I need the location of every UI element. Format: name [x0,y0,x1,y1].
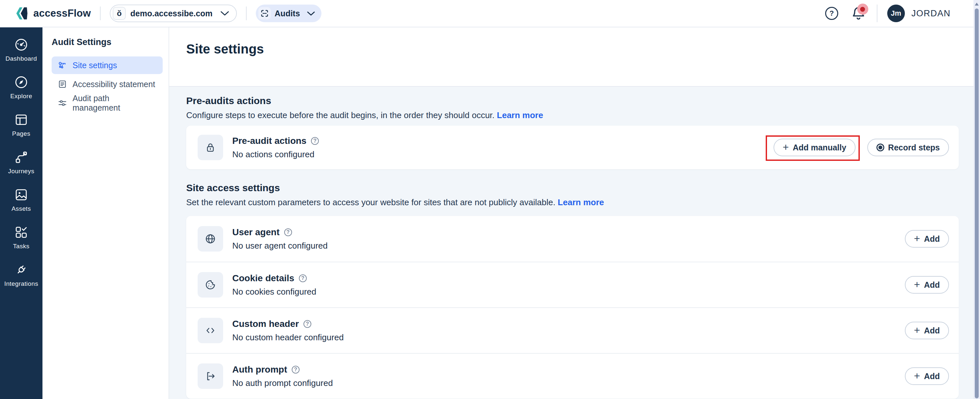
row-text: User agent ? No user agent configured [232,227,328,251]
topbar-divider [100,6,100,20]
sidebar-item-pages[interactable]: Pages [0,112,43,137]
learn-more-link[interactable]: Learn more [558,197,604,207]
button-label: Add manually [793,143,846,152]
sidebar-label: Assets [11,205,31,212]
sidebar-label: Integrations [4,280,38,287]
chevron-down-icon [221,11,229,16]
row-title: Pre-audit actions [232,136,306,146]
add-custom-header-button[interactable]: + Add [905,322,949,339]
nav-item-audit-path-management[interactable]: Audit path management [52,94,163,112]
button-label: Add [924,234,940,244]
notifications-button[interactable] [851,6,865,21]
help-tooltip-icon[interactable]: ? [292,366,299,374]
section-description-text: Configure steps to execute before the au… [186,110,495,120]
sliders-icon [57,98,67,108]
site-access-settings-card: User agent ? No user agent configured + … [186,216,959,399]
scrollbar [974,0,980,399]
user-menu[interactable]: Jm JORDAN [887,5,951,22]
pre-audit-actions-row: Pre-audit actions ? No actions configure… [186,126,959,169]
section-description-text: Set the relevant custom parameters to ac… [186,197,555,207]
row-subtitle: No actions configured [232,149,319,160]
browser-layout-icon [14,112,29,127]
plus-icon: + [914,233,920,244]
help-button[interactable]: ? [825,7,838,20]
topbar-divider [246,6,247,20]
add-manually-button[interactable]: + Add manually [773,139,856,156]
plus-icon: + [914,325,920,336]
record-icon [877,144,884,151]
row-title: Auth prompt [232,364,287,375]
avatar: Jm [887,5,905,22]
plus-icon: + [914,279,920,290]
pre-audit-actions-card: Pre-audit actions ? No actions configure… [186,126,959,169]
cookie-icon [205,279,216,291]
sidebar-item-journeys[interactable]: Journeys [0,150,43,175]
sidebar-item-integrations[interactable]: Integrations [0,262,43,287]
lock-icon [205,142,216,154]
primary-sidebar: Dashboard Explore Pages Journeys [0,27,43,399]
user-name: JORDAN [912,8,951,19]
help-tooltip-icon[interactable]: ? [299,274,307,282]
nav-item-label: Audit path management [73,93,157,112]
row-text: Auth prompt ? No auth prompt configured [232,364,333,388]
help-tooltip-icon[interactable]: ? [284,228,292,236]
sidebar-label: Journeys [8,168,34,175]
help-tooltip-icon[interactable]: ? [304,320,311,328]
globe-icon [205,233,216,245]
top-bar: accessFlow ŏ demo.accessibe.com Audits [0,0,974,27]
main-content: Site settings Pre-audits actions Configu… [169,27,974,399]
record-steps-button[interactable]: Record steps [867,139,949,156]
nav-item-label: Site settings [73,61,117,70]
add-user-agent-button[interactable]: + Add [905,230,949,248]
dashboard-gauge-icon [14,37,29,52]
icon-tile [197,135,223,160]
product-selector-value: Audits [275,9,300,18]
help-tooltip-icon[interactable]: ? [311,137,319,145]
login-arrow-icon [205,370,216,382]
row-actions: + Add [905,276,949,294]
scrollbar-thumb[interactable] [975,8,979,398]
notification-dot [860,7,865,12]
row-title: Custom header [232,319,299,329]
row-text: Pre-audit actions ? No actions configure… [232,136,319,160]
add-cookie-button[interactable]: + Add [905,276,949,294]
row-subtitle: No cookies configured [232,287,316,297]
nav-item-label: Accessibility statement [73,79,155,89]
document-icon [57,79,67,89]
audits-scan-icon [258,7,271,20]
button-label: Add [924,280,940,290]
page-title-band: Site settings [169,27,974,87]
code-brackets-icon [205,325,216,336]
scrollbar-up-arrow[interactable] [975,3,979,6]
plus-icon: + [783,142,789,152]
brand-logo[interactable]: accessFlow [15,6,91,21]
settings-nav-title: Audit Settings [52,37,163,47]
sidebar-item-explore[interactable]: Explore [0,75,43,100]
plus-icon: + [914,370,920,381]
add-auth-prompt-button[interactable]: + Add [905,367,949,385]
row-subtitle: No user agent configured [232,241,328,251]
product-selector-dropdown[interactable]: Audits [256,5,322,22]
row-actions: + Add [905,367,949,385]
row-actions: + Add [905,322,949,339]
sidebar-item-tasks[interactable]: Tasks [0,225,43,250]
nav-item-accessibility-statement[interactable]: Accessibility statement [52,75,163,93]
row-text: Cookie details ? No cookies configured [232,273,316,297]
user-agent-row: User agent ? No user agent configured + … [186,216,959,262]
button-label: Add [924,372,940,381]
learn-more-link[interactable]: Learn more [497,110,543,120]
button-label: Record steps [888,143,940,152]
button-label: Add [924,326,940,336]
section-heading-site-access: Site access settings [186,182,959,193]
route-icon [14,150,29,165]
row-subtitle: No auth prompt configured [232,378,333,388]
auth-prompt-row: Auth prompt ? No auth prompt configured … [186,353,959,399]
sidebar-item-assets[interactable]: Assets [0,187,43,212]
sidebar-item-dashboard[interactable]: Dashboard [0,37,43,62]
help-icon: ? [825,7,838,20]
icon-tile [197,226,223,252]
highlighted-button-wrap: + Add manually [773,139,856,156]
sidebar-label: Pages [12,130,30,137]
nav-item-site-settings[interactable]: Site settings [52,57,163,74]
site-selector-dropdown[interactable]: ŏ demo.accessibe.com [110,5,237,22]
